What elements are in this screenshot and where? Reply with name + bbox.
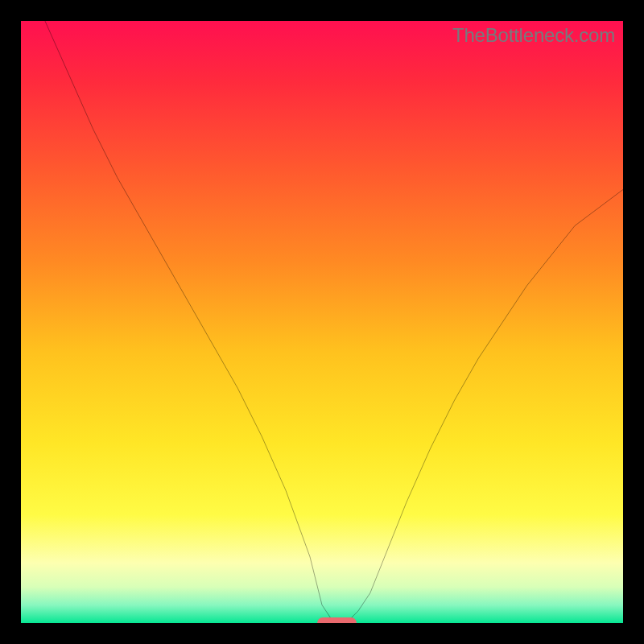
chart-frame: TheBottleneck.com <box>0 0 644 644</box>
watermark-text: TheBottleneck.com <box>452 24 615 47</box>
optimal-range-marker <box>317 617 357 623</box>
bottleneck-curve <box>21 21 623 623</box>
plot-area: TheBottleneck.com <box>21 21 623 623</box>
